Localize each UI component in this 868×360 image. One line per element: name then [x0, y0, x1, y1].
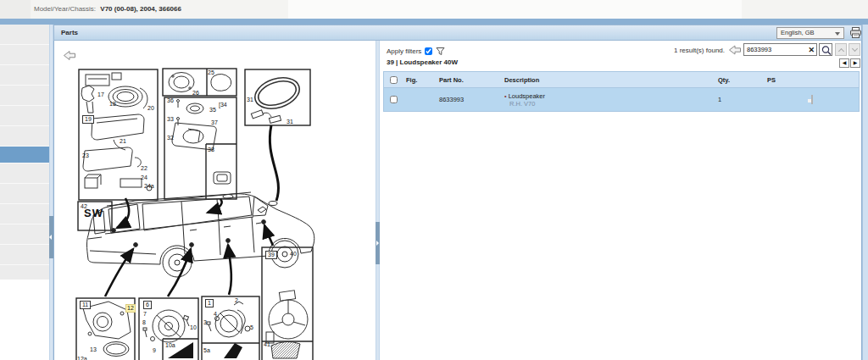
search-input[interactable] — [744, 44, 807, 55]
diagram-callout-26[interactable]: 26 — [192, 90, 199, 97]
clear-search-icon[interactable]: ✕ — [808, 45, 815, 55]
diagram-callout-13[interactable]: 13 — [90, 346, 97, 353]
diagram-callout-2[interactable]: 2 — [235, 297, 238, 304]
diagram-callout-9[interactable]: 9 — [153, 347, 156, 354]
sidebar-item[interactable] — [0, 65, 49, 86]
diagram-callout-12[interactable]: 12 — [125, 304, 136, 313]
diagram-callout-31[interactable]: 31 — [247, 97, 253, 103]
sidebar-item-selected[interactable] — [0, 147, 49, 163]
page: Model/Year/Chassis: V70 (00-08), 2004, 3… — [0, 0, 868, 360]
diagram-callout-SW[interactable]: SW — [84, 210, 103, 217]
cell-ps — [759, 96, 859, 103]
diagram-callout-38[interactable]: 38 — [208, 147, 214, 153]
next-page-button[interactable]: ▶ — [850, 58, 860, 68]
collapse-right-icon — [376, 241, 379, 246]
diagram-callout-31[interactable]: 31 — [287, 119, 293, 125]
diagram-callout-36[interactable]: 36 — [167, 97, 174, 104]
diagram-callout-21[interactable]: 21 — [120, 138, 126, 145]
sidebar-item[interactable] — [0, 245, 49, 265]
diagram-callout-6[interactable]: 6 — [143, 301, 152, 309]
diagram-callout-8[interactable]: 8 — [142, 319, 146, 326]
diagram-callout-12a[interactable]: 12a — [77, 356, 87, 360]
diagram-callout-5[interactable]: 5 — [250, 324, 253, 331]
diagram-callout-11[interactable]: 11 — [80, 301, 91, 309]
results-panel: Apply filters 1 result(s) found. ✕ — [380, 41, 861, 360]
header-qty: Qty. — [711, 76, 759, 84]
cell-qty: 1 — [711, 96, 759, 103]
scrollbar-track[interactable] — [862, 25, 868, 360]
apply-filters-label: Apply filters — [387, 47, 421, 55]
diagram-callout-35[interactable]: 35 — [209, 107, 216, 114]
description-sub-text: R.H. V70 — [509, 100, 711, 108]
model-info: Model/Year/Chassis: V70 (00-08), 2004, 3… — [34, 0, 181, 19]
diagram-callout-22[interactable]: 22 — [141, 165, 147, 172]
diagram-callout-17[interactable]: 17 — [97, 91, 104, 98]
apply-filters-checkbox[interactable] — [425, 47, 432, 55]
chevron-up-icon — [837, 48, 843, 54]
diagram-callout-41[interactable]: 41 — [264, 341, 270, 348]
chevron-down-icon — [851, 46, 857, 52]
back-arrow-icon — [728, 44, 742, 56]
diagram-callout-24[interactable]: 24 — [141, 174, 147, 181]
diagram-callout-20[interactable]: 20 — [147, 105, 154, 112]
select-all-checkbox[interactable] — [390, 76, 398, 84]
description-bullet: • — [504, 92, 507, 100]
header-description: Description — [499, 76, 711, 84]
cell-part-no: 8633993 — [431, 96, 499, 103]
diagram-callout-37[interactable]: 37 — [211, 119, 218, 126]
diagram-callout-10a[interactable]: 10a — [165, 342, 175, 349]
top-bar-middle-block — [288, 0, 742, 19]
language-select[interactable]: English, GB — [776, 27, 844, 39]
sidebar-item[interactable] — [0, 204, 49, 224]
table-header-row: Fig. Part No. Description Qty. PS — [384, 72, 859, 88]
cell-description: •Loudspeaker R.H. V70 — [499, 92, 711, 108]
diagram-callout-3[interactable]: 3 — [203, 319, 207, 326]
search-back-button[interactable] — [728, 44, 742, 56]
diagram-callout-39[interactable]: 39 — [265, 251, 277, 259]
parts-panel-header: Parts English, GB — [53, 25, 862, 41]
diagram-callout-4[interactable]: 4 — [214, 311, 217, 318]
top-bar-left-block — [0, 0, 31, 19]
accent-strip — [0, 19, 868, 25]
table-row[interactable]: 8633993 •Loudspeaker R.H. V70 1 — [384, 88, 859, 111]
result-down-button[interactable] — [849, 43, 860, 56]
next-icon: ▶ — [854, 60, 858, 65]
model-value: V70 (00-08), 2004, 366066 — [100, 5, 181, 13]
diagram-callout-25[interactable]: 25 — [208, 69, 214, 76]
prev-page-button[interactable]: ◀ — [839, 58, 849, 68]
sidebar-item[interactable] — [0, 163, 49, 184]
sidebar-item[interactable] — [0, 224, 49, 245]
sidebar-item[interactable] — [0, 25, 49, 45]
diagram-callout-10[interactable]: 10 — [190, 324, 197, 331]
diagram-callout-1[interactable]: 1 — [205, 299, 214, 307]
diagram-callout-[34[interactable]: [34 — [219, 102, 227, 108]
printer-icon — [849, 26, 862, 39]
sidebar-item[interactable] — [0, 106, 49, 126]
prev-icon: ◀ — [843, 60, 847, 65]
sidebar-item[interactable] — [0, 126, 49, 147]
row-checkbox[interactable] — [390, 96, 398, 103]
description-text: Loudspeaker — [509, 92, 545, 100]
diagram-callout-7[interactable]: 7 — [143, 311, 147, 318]
notes-icon[interactable] — [811, 95, 813, 104]
sidebar-item[interactable] — [0, 45, 49, 65]
header-part-no: Part No. — [431, 76, 499, 84]
search-button[interactable] — [819, 43, 832, 56]
diagram-callout-23[interactable]: 23 — [82, 152, 89, 159]
sidebar-item[interactable] — [0, 86, 49, 106]
diagram-callout-layer: 171819202123222424a25263635[343337323831… — [54, 41, 376, 360]
diagram-callout-19[interactable]: 19 — [82, 115, 94, 124]
print-button[interactable] — [849, 26, 862, 39]
result-up-button[interactable] — [835, 43, 847, 56]
sidebar — [0, 25, 49, 280]
header-ps: PS — [759, 76, 859, 84]
sidebar-item[interactable] — [0, 184, 49, 204]
diagram-callout-5a[interactable]: 5a — [203, 347, 210, 354]
diagram-callout-40[interactable]: 40 — [290, 251, 297, 258]
diagram-callout-32[interactable]: 32 — [167, 135, 174, 141]
magnifier-icon — [821, 45, 832, 56]
funnel-icon[interactable] — [436, 47, 445, 56]
diagram-callout-33[interactable]: 33 — [167, 116, 174, 123]
diagram-callout-24a[interactable]: 24a — [144, 183, 154, 190]
diagram-callout-18[interactable]: 18 — [109, 101, 116, 108]
